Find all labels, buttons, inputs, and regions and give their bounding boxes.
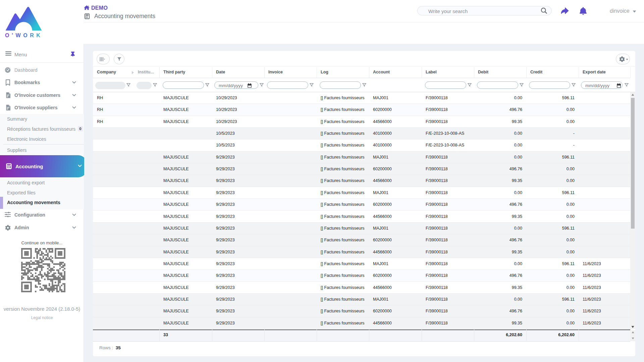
svg-text:O'WORK: O'WORK	[5, 33, 43, 38]
